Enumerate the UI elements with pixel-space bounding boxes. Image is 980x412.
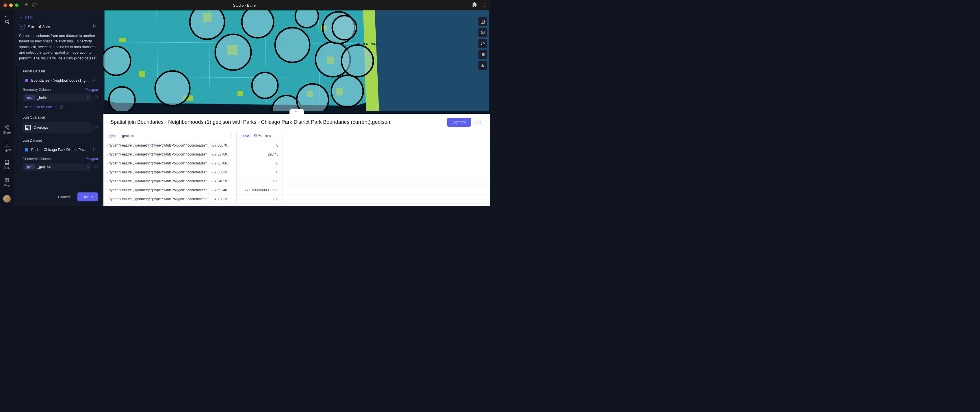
table-row[interactable]: {"type":"Feature","geometry":{"type":"Mu… [103, 150, 490, 159]
rail-docs[interactable]: Docs [4, 160, 10, 170]
cell-geojson: {"type":"Feature","geometry":{"type":"Mu… [103, 186, 236, 195]
table-row[interactable]: {"type":"Feature","geometry":{"type":"Mu… [103, 159, 490, 168]
svg-point-24 [252, 73, 278, 98]
column-menu-icon[interactable]: ⋮ [230, 134, 234, 138]
target-dataset-row[interactable]: Boundaries - Neighborhoods (1).g... ⓘ [22, 76, 98, 85]
map-svg [103, 10, 490, 111]
svg-point-21 [190, 10, 224, 39]
map-canvas[interactable]: LINCOLN PARK [103, 10, 490, 111]
join-section-label: Join Dataset [22, 138, 98, 143]
map-tool-chart-icon[interactable] [479, 61, 487, 70]
cell-geojson: {"type":"Feature","geometry":{"type":"Mu… [103, 150, 236, 159]
cell-empty [283, 150, 490, 159]
cell-geojson: {"type":"Feature","geometry":{"type":"Mu… [103, 159, 236, 168]
map-tool-legend-icon[interactable] [479, 50, 487, 59]
info-icon[interactable]: ⓘ [94, 164, 98, 170]
join-dataset-name: Parks - Chicago Park District Park ... [31, 148, 89, 152]
maximize-window-button[interactable] [15, 3, 19, 7]
target-geom-input[interactable]: geo _buffer ✕ [22, 93, 92, 101]
map-tool-split-icon[interactable] [479, 17, 487, 26]
minimize-window-button[interactable] [9, 3, 13, 7]
cell-sumacres: 176.76000000000002 [236, 186, 283, 195]
join-operation-select[interactable]: Overlaps [22, 122, 92, 133]
nav-back-icon[interactable] [24, 2, 29, 8]
geo-pill: geo [25, 165, 35, 169]
svg-point-31 [331, 75, 363, 107]
table-row[interactable]: {"type":"Feature","geometry":{"type":"Mu… [103, 141, 490, 150]
join-geom-label-row: Geometry Column Polygon [22, 157, 98, 161]
join-operation-section: Join Operation Overlaps ⓘ [17, 113, 103, 136]
table-view-icon[interactable] [476, 119, 483, 126]
clear-icon[interactable]: ✕ [86, 95, 89, 100]
main-area: LINCOLN PARK ⋯ Spatial join Boundaries -… [103, 10, 490, 206]
rail-help[interactable]: Help [4, 177, 10, 187]
info-icon[interactable]: ⓘ [94, 95, 98, 100]
clear-icon[interactable]: ✕ [86, 165, 89, 169]
confirm-button[interactable]: Confirm [447, 118, 471, 127]
cell-sumacres: 0 [236, 141, 283, 150]
app-logo: F SQ [4, 16, 9, 23]
operation-value: Overlaps [33, 125, 48, 130]
rail-share[interactable]: Share [3, 125, 11, 134]
more-vertical-icon[interactable]: ⋮ [482, 2, 487, 8]
info-icon[interactable]: ⓘ [94, 125, 98, 130]
sidebar: Back Spatial Join Combines columns from … [14, 10, 103, 206]
table-row[interactable]: {"type":"Feature","geometry":{"type":"Mu… [103, 168, 490, 177]
svg-rect-17 [237, 91, 243, 97]
rerun-button[interactable]: Rerun [78, 192, 98, 201]
cell-geojson: {"type":"Feature","geometry":{"type":"Mu… [103, 168, 236, 177]
column-header-sumacres[interactable]: float SUM acres ⋮ [236, 131, 283, 141]
result-table: geo _geojson ⋮ float SUM acres ⋮ {"type"… [103, 131, 490, 204]
svg-point-18 [103, 46, 130, 75]
target-geom-type: Polygon [86, 88, 98, 92]
svg-rect-11 [119, 38, 126, 42]
column-header-empty [283, 131, 490, 141]
columns-to-include[interactable]: Columns to include ⓘ [22, 105, 98, 109]
svg-point-0 [8, 125, 9, 127]
target-geom-value: _buffer [37, 95, 84, 100]
cell-sumacres: 0 [236, 159, 283, 168]
svg-point-33 [332, 16, 356, 40]
reload-icon[interactable] [32, 2, 37, 8]
svg-rect-9 [139, 71, 145, 77]
map-tools [479, 17, 487, 70]
rail-export[interactable]: Export [3, 142, 11, 152]
cell-geojson: {"type":"Feature","geometry":{"type":"Mu… [103, 141, 236, 150]
join-dataset-row[interactable]: Parks - Chicago Park District Park ... ⓘ [22, 146, 98, 154]
table-row[interactable]: {"type":"Feature","geometry":{"type":"Mu… [103, 186, 490, 195]
rail-docs-label: Docs [4, 166, 10, 170]
target-geom-label-row: Geometry Column Polygon [22, 88, 98, 92]
cell-geojson: {"type":"Feature","geometry":{"type":"Mu… [103, 177, 236, 186]
info-icon[interactable]: ⓘ [92, 78, 95, 83]
back-button[interactable]: Back [14, 15, 103, 23]
join-geom-label: Geometry Column [22, 157, 51, 161]
column-name-geojson: _geojson [120, 134, 134, 138]
rail-share-label: Share [3, 131, 11, 134]
cell-sumacres: 0 [236, 168, 283, 177]
user-avatar[interactable] [3, 195, 11, 203]
table-row[interactable]: {"type":"Feature","geometry":{"type":"Mu… [103, 195, 490, 204]
svg-point-23 [242, 10, 274, 38]
info-icon[interactable]: ⓘ [92, 147, 95, 152]
open-docs-icon[interactable] [93, 23, 98, 30]
target-geom-label: Geometry Column [22, 88, 51, 92]
map-tool-polygon-icon[interactable] [479, 39, 487, 48]
join-geom-input[interactable]: geo _geojson ✕ [22, 163, 92, 171]
join-geom-value: _geojson [37, 165, 84, 169]
svg-rect-35 [478, 120, 481, 124]
table-row[interactable]: {"type":"Feature","geometry":{"type":"Mu… [103, 177, 490, 186]
map-tool-3d-icon[interactable] [479, 28, 487, 37]
cell-sumacres: 0.53 [236, 177, 283, 186]
info-icon[interactable]: ⓘ [59, 105, 64, 109]
extension-icon[interactable] [472, 2, 477, 8]
close-window-button[interactable] [3, 3, 7, 7]
svg-point-22 [215, 34, 251, 70]
svg-point-1 [5, 127, 6, 128]
panel-drag-handle[interactable]: ⋯ [290, 109, 304, 114]
target-dataset-section: Target Dataset Boundaries - Neighborhood… [17, 67, 103, 113]
column-menu-icon[interactable]: ⋮ [276, 134, 280, 138]
cancel-button[interactable]: Cancel [54, 192, 74, 201]
cell-sumacres: 0.08 [236, 195, 283, 204]
join-geom-type: Polygon [86, 157, 98, 161]
column-header-geojson[interactable]: geo _geojson ⋮ [103, 131, 236, 141]
